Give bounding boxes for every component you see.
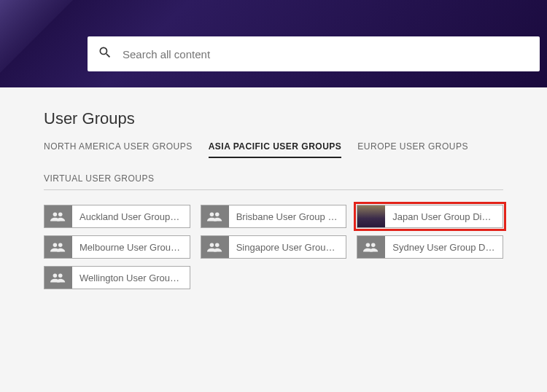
people-icon (201, 205, 229, 227)
page-title: User Groups (44, 109, 503, 128)
svg-point-1 (58, 213, 63, 217)
tab-asia-pacific[interactable]: ASIA PACIFIC USER GROUPS (209, 141, 342, 157)
search-input[interactable] (123, 48, 529, 60)
svg-point-8 (366, 243, 371, 248)
svg-point-9 (371, 243, 376, 248)
tab-north-america[interactable]: NORTH AMERICA USER GROUPS (44, 141, 193, 157)
people-icon (357, 236, 385, 258)
people-icon (201, 236, 229, 258)
groups-grid: Auckland User Group D... Brisbane User G… (44, 205, 503, 289)
hero-banner (0, 0, 547, 87)
group-card-sydney[interactable]: Sydney User Group Disc... (357, 235, 503, 259)
search-icon (98, 45, 123, 63)
group-label: Auckland User Group D... (72, 211, 190, 222)
group-card-singapore[interactable]: Singapore User Group ... (201, 235, 347, 259)
group-card-japan[interactable]: Japan User Group Discu... (357, 205, 503, 228)
group-card-brisbane[interactable]: Brisbane User Group Di... (201, 205, 347, 228)
group-card-auckland[interactable]: Auckland User Group D... (44, 205, 190, 228)
group-label: Melbourne User Group ... (72, 242, 190, 253)
svg-point-11 (58, 274, 63, 278)
group-label: Brisbane User Group Di... (229, 211, 346, 222)
svg-point-7 (215, 243, 220, 248)
tab-europe[interactable]: EUROPE USER GROUPS (357, 141, 468, 157)
group-photo-icon (357, 205, 385, 227)
svg-point-3 (215, 213, 220, 217)
group-label: Japan User Group Discu... (385, 211, 503, 222)
content-area: User Groups NORTH AMERICA USER GROUPS AS… (0, 87, 547, 289)
group-label: Singapore User Group ... (229, 242, 346, 253)
group-card-melbourne[interactable]: Melbourne User Group ... (44, 235, 190, 259)
group-card-wellington[interactable]: Wellington User Group ... (44, 266, 190, 289)
people-icon (44, 236, 72, 258)
group-label: Wellington User Group ... (72, 273, 190, 283)
people-icon (44, 267, 72, 289)
svg-point-6 (209, 243, 214, 248)
tabs-container: NORTH AMERICA USER GROUPS ASIA PACIFIC U… (44, 141, 503, 190)
people-icon (44, 205, 72, 227)
search-bar[interactable] (88, 36, 540, 71)
svg-point-0 (53, 213, 58, 217)
svg-point-2 (209, 213, 214, 217)
svg-point-5 (58, 243, 63, 248)
tab-virtual[interactable]: VIRTUAL USER GROUPS (44, 173, 155, 189)
group-label: Sydney User Group Disc... (385, 242, 503, 253)
svg-point-4 (53, 243, 58, 248)
svg-point-10 (53, 274, 58, 278)
